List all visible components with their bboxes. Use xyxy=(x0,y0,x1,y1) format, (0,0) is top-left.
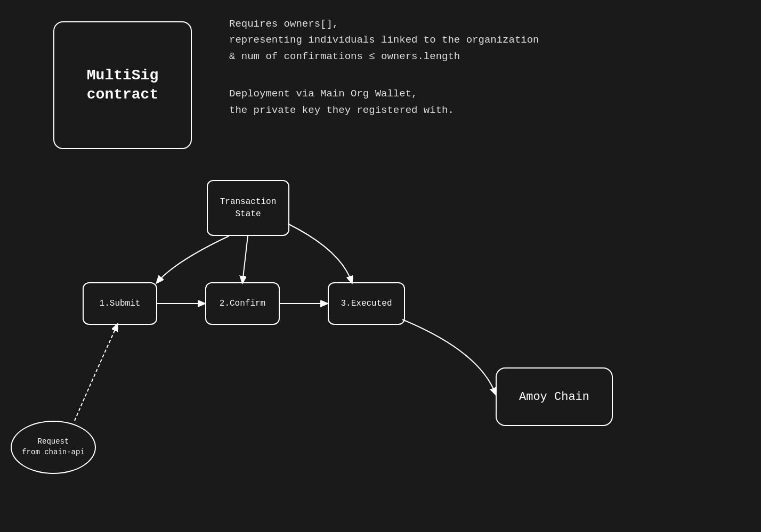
confirm-label: 2.Confirm xyxy=(220,299,265,308)
submit-label: 1.Submit xyxy=(100,299,141,308)
node-confirm: 2.Confirm xyxy=(205,282,280,325)
amoy-label: Amoy Chain xyxy=(519,390,589,404)
node-amoy: Amoy Chain xyxy=(496,367,613,426)
node-request: Request from chain-api xyxy=(11,421,96,474)
multisig-box: MultiSig contract xyxy=(53,21,192,149)
executed-label: 3.Executed xyxy=(341,299,392,308)
request-label: Request from chain-api xyxy=(22,437,85,457)
node-transaction-state: Transaction State xyxy=(207,180,289,236)
info-block1: Requires owners[], representing individu… xyxy=(229,16,709,64)
info-text: Requires owners[], representing individu… xyxy=(229,16,709,118)
transaction-state-label: Transaction State xyxy=(220,196,277,220)
multisig-label: MultiSig contract xyxy=(87,66,158,105)
svg-line-1 xyxy=(242,236,248,282)
node-submit: 1.Submit xyxy=(83,282,157,325)
node-executed: 3.Executed xyxy=(328,282,405,325)
diagram-container: MultiSig contract Requires owners[], rep… xyxy=(0,0,761,532)
info-block2: Deployment via Main Org Wallet, the priv… xyxy=(229,86,709,118)
